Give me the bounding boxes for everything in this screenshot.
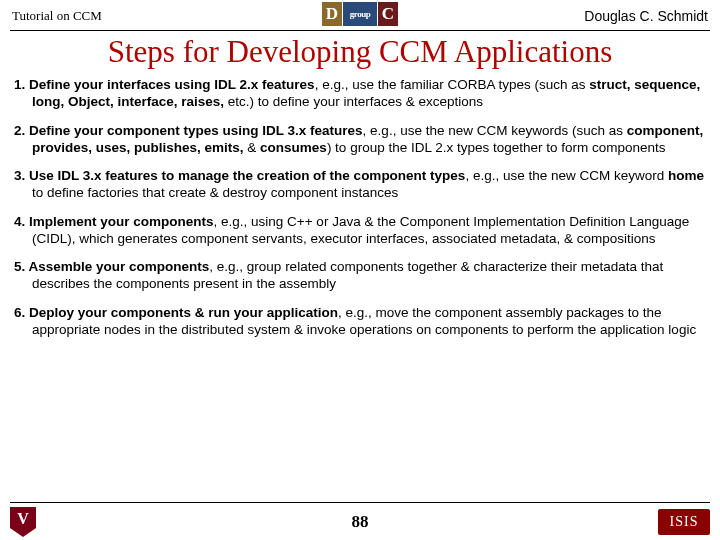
logo-group-icon: group — [343, 2, 377, 26]
content-area: Define your interfaces using IDL 2.x fea… — [0, 76, 720, 338]
list-item: Use IDL 3.x features to manage the creat… — [14, 167, 706, 202]
list-item: Assemble your components, e.g., group re… — [14, 258, 706, 293]
header-left-text: Tutorial on CCM — [12, 8, 102, 24]
list-item: Define your interfaces using IDL 2.x fea… — [14, 76, 706, 111]
list-item: Define your component types using IDL 3.… — [14, 122, 706, 157]
page-title: Steps for Developing CCM Applications — [0, 31, 720, 76]
list-item: Implement your components, e.g., using C… — [14, 213, 706, 248]
logo-d-icon: D — [322, 2, 342, 26]
header-author: Douglas C. Schmidt — [584, 8, 708, 24]
page-number: 88 — [352, 512, 369, 532]
divider-bottom — [10, 502, 710, 503]
isis-logo-icon: ISIS — [658, 509, 710, 535]
steps-list: Define your interfaces using IDL 2.x fea… — [14, 76, 706, 338]
shield-icon — [10, 507, 36, 537]
list-item: Deploy your components & run your applic… — [14, 304, 706, 339]
logo-c-icon: C — [378, 2, 398, 26]
footer: 88 ISIS — [0, 502, 720, 537]
doc-logo: D group C — [322, 2, 398, 26]
